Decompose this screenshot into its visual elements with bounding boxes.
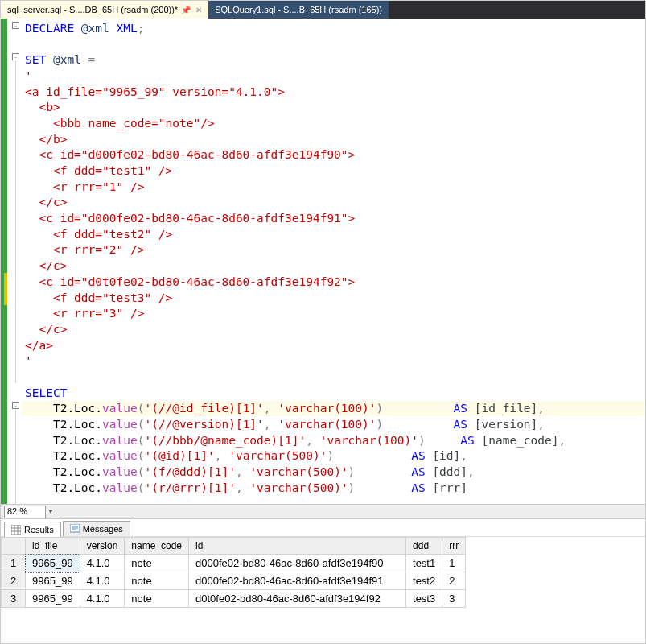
tab-messages[interactable]: Messages [63,521,130,536]
cell[interactable]: 3 [442,590,466,608]
cell[interactable]: test1 [406,555,442,572]
results-tab-bar: Results Messages [1,519,645,537]
close-icon[interactable]: ✕ [195,6,202,14]
fold-icon[interactable]: - [12,402,19,409]
cell[interactable]: 4.1.0 [80,555,125,572]
zoom-select[interactable]: 82 % [4,506,46,518]
row-number[interactable]: 1 [2,555,26,572]
table-row[interactable]: 3 9965_99 4.1.0 note d0t0fe02-bd80-46ac-… [2,590,466,608]
table-row[interactable]: 2 9965_99 4.1.0 note d000fe02-bd80-46ac-… [2,572,466,590]
corner-cell[interactable] [2,538,26,555]
zoom-bar: 82 % ▼ [1,504,645,518]
results-pane: Results Messages id_file version name_co… [1,518,645,643]
cell[interactable]: note [125,572,189,590]
results-grid[interactable]: id_file version name_code id ddd rrr 1 9… [1,537,645,643]
fold-icon[interactable]: - [12,22,19,29]
col-header[interactable]: ddd [406,538,442,555]
tab-label: Results [24,525,54,535]
svg-rect-0 [11,525,21,535]
col-header[interactable]: id_file [26,538,80,555]
cell[interactable]: 1 [442,555,466,572]
col-header[interactable]: rrr [442,538,466,555]
cell[interactable]: note [125,555,189,572]
editor-tab-bar: sql_server.sql - S....DB_65H (rsadm (200… [1,1,645,19]
code-editor[interactable]: - - - DECLARE @xml XML; SET @xml = ' <a … [1,19,645,504]
tab-label: sql_server.sql - S....DB_65H (rsadm (200… [7,5,178,14]
tab-results[interactable]: Results [4,522,61,537]
cell[interactable]: 4.1.0 [80,590,125,608]
row-number[interactable]: 2 [2,572,26,590]
editor-gutter: - - - [1,19,22,504]
cell[interactable]: 9965_99 [26,572,80,590]
chevron-down-icon[interactable]: ▼ [47,508,54,515]
keyword-set: SET [25,53,46,66]
cell[interactable]: 4.1.0 [80,572,125,590]
tab-sqlquery1[interactable]: SQLQuery1.sql - S....B_65H (rsadm (165)) [208,1,389,19]
pin-icon[interactable]: 📌 [181,6,191,14]
tab-label: SQLQuery1.sql - S....B_65H (rsadm (165)) [215,5,382,14]
cell[interactable]: note [125,590,189,608]
table-row[interactable]: 1 9965_99 4.1.0 note d000fe02-bd80-46ac-… [2,555,466,572]
cell[interactable]: test2 [406,572,442,590]
cell[interactable]: 2 [442,572,466,590]
cell[interactable]: d0t0fe02-bd80-46ac-8d60-afdf3e194f92 [189,590,406,608]
row-number[interactable]: 3 [2,590,26,608]
tab-sql-server[interactable]: sql_server.sql - S....DB_65H (rsadm (200… [1,1,208,19]
grid-icon [11,525,21,535]
tab-label: Messages [83,524,123,534]
cell[interactable]: d000fe02-bd80-46ac-8d60-afdf3e194f90 [189,555,406,572]
zoom-value: 82 % [7,506,27,516]
fold-icon[interactable]: - [12,53,19,60]
cell[interactable]: test3 [406,590,442,608]
col-header[interactable]: version [80,538,125,555]
cell[interactable]: 9965_99 [26,555,80,572]
keyword-declare: DECLARE [25,22,74,35]
col-header[interactable]: name_code [125,538,189,555]
table-header-row: id_file version name_code id ddd rrr [2,538,466,555]
keyword-select: SELECT [25,386,67,399]
messages-icon [70,524,80,534]
cell[interactable]: d000fe02-bd80-46ac-8d60-afdf3e194f91 [189,572,406,590]
col-header[interactable]: id [189,538,406,555]
cell[interactable]: 9965_99 [26,590,80,608]
